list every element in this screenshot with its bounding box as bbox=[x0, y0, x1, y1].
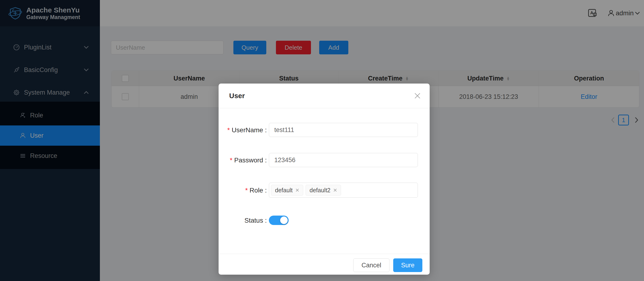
close-icon[interactable] bbox=[414, 92, 421, 100]
cancel-button[interactable]: Cancel bbox=[353, 258, 390, 272]
modal-footer: Cancel Sure bbox=[218, 254, 430, 275]
role-field-label: Role bbox=[218, 187, 267, 194]
role-multiselect[interactable]: default default2 bbox=[269, 183, 418, 198]
username-field-label: UserName bbox=[218, 126, 267, 134]
remove-tag-icon[interactable] bbox=[333, 188, 337, 192]
toggle-knob bbox=[280, 216, 288, 224]
sure-button[interactable]: Sure bbox=[393, 258, 422, 272]
username-field[interactable] bbox=[269, 123, 418, 137]
password-field[interactable] bbox=[269, 153, 418, 167]
remove-tag-icon[interactable] bbox=[296, 188, 299, 192]
user-modal: User UserName Password Role default defa… bbox=[218, 84, 430, 275]
password-field-label: Password bbox=[218, 156, 267, 164]
role-tag: default2 bbox=[306, 185, 341, 196]
modal-header: User bbox=[218, 84, 430, 108]
modal-title: User bbox=[229, 92, 245, 100]
status-toggle[interactable] bbox=[269, 216, 288, 225]
status-field-label: Status bbox=[218, 217, 267, 224]
role-tag: default bbox=[271, 185, 303, 196]
